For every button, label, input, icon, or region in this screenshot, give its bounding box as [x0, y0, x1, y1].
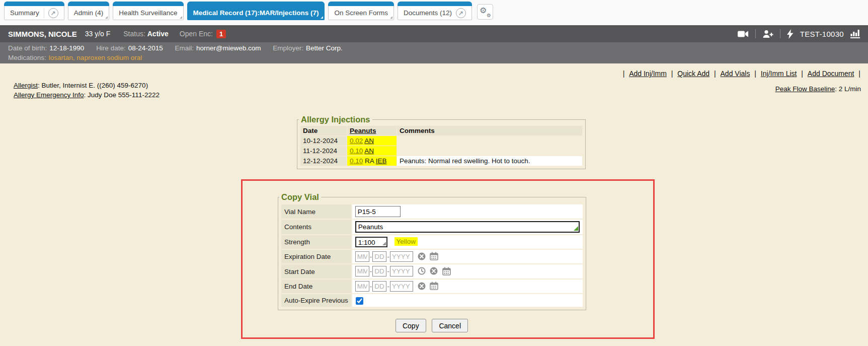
add-vials-link[interactable]: Add Vials — [721, 70, 750, 78]
injection-code-link[interactable]: AN — [364, 147, 374, 155]
add-inj-imm-link[interactable]: Add Inj/Imm — [629, 70, 667, 78]
column-peanuts-link[interactable]: Peanuts — [350, 127, 376, 134]
action-links: | Add Inj/Imm | Quick Add | Add Vials | … — [621, 70, 862, 78]
injection-date: 11-12-2024 — [300, 146, 347, 156]
injection-dose-cell: 0.10 AN — [347, 146, 397, 156]
clear-date-icon[interactable] — [418, 282, 426, 292]
date-separator: - — [370, 253, 372, 260]
injection-comment — [397, 146, 582, 156]
medication-link-losartan[interactable]: losartan — [49, 54, 73, 61]
contents-textarea[interactable]: Peanuts — [355, 221, 580, 233]
expiration-year-input[interactable] — [390, 251, 413, 262]
allergist-link[interactable]: Allergist — [14, 82, 38, 89]
tab-admin[interactable]: Admin (4) — [68, 2, 110, 20]
start-month-input[interactable] — [355, 266, 369, 276]
divider — [755, 29, 756, 38]
end-date-label: End Date — [281, 280, 351, 293]
dob-label: Date of birth: — [8, 44, 47, 52]
allergy-emergency-link[interactable]: Allergy Emergency Info — [14, 91, 84, 99]
start-year-input[interactable] — [390, 266, 413, 276]
injection-code-link[interactable]: IEB — [376, 157, 387, 165]
open-encounter-badge[interactable]: 1 — [216, 30, 226, 38]
cancel-button[interactable]: Cancel — [432, 319, 468, 332]
tab-on-screen-forms-label: On Screen Forms — [334, 9, 388, 17]
strength-label: Strength — [281, 235, 351, 249]
expiration-date-label: Expiration Date — [281, 250, 351, 263]
injection-date: 10-12-2024 — [300, 136, 347, 146]
divider — [44, 8, 44, 18]
tab-summary[interactable]: Summary ↗ — [4, 2, 64, 20]
chart-histogram-icon[interactable] — [850, 29, 860, 38]
peak-flow-link[interactable]: Peak Flow Baseline — [775, 85, 835, 93]
date-separator: - — [387, 283, 389, 290]
gear-icon: ⚙ — [480, 6, 487, 15]
end-month-input[interactable] — [355, 281, 369, 292]
employer-label: Employer: — [273, 44, 303, 52]
calendar-icon[interactable] — [430, 282, 438, 292]
tab-strip — [328, 2, 394, 6]
settings-button[interactable]: ⚙ ⚙ — [477, 4, 493, 20]
tab-strip — [68, 2, 110, 6]
demographics-bar: Date of birth:12-18-1990 Hire date:08-24… — [0, 42, 868, 63]
allergist-value: : Butler, Internist E. ((260) 459-6270) — [38, 82, 148, 89]
separator: | — [754, 70, 756, 78]
tab-on-screen-forms[interactable]: On Screen Forms — [328, 2, 394, 20]
dose-link[interactable]: 0.02 — [350, 137, 363, 145]
add-document-link[interactable]: Add Document — [808, 70, 854, 78]
start-day-input[interactable] — [372, 266, 386, 276]
email-value: horner@mieweb.com — [196, 44, 261, 52]
person-add-icon[interactable] — [762, 30, 773, 38]
clock-icon[interactable] — [418, 267, 426, 276]
tab-medical-record[interactable]: Medical Record (17):MAR/Injections (7) — [187, 2, 325, 20]
quick-add-link[interactable]: Quick Add — [677, 70, 709, 78]
lightning-bolt-icon[interactable] — [787, 29, 794, 39]
end-year-input[interactable] — [390, 281, 413, 292]
auto-expire-label: Auto-Expire Previous — [281, 294, 351, 307]
patient-name: SIMMONS, NICOLE — [8, 30, 77, 38]
injection-dose-cell: 0.02 AN — [347, 136, 397, 146]
popout-icon[interactable]: ↗ — [456, 8, 466, 18]
clear-date-icon[interactable] — [430, 267, 438, 276]
copy-vial-title: Copy Vial — [279, 192, 321, 202]
dose-link[interactable]: 0.10 — [350, 147, 363, 155]
tab-bar: Summary ↗ Admin (4) Health Surveillance … — [0, 0, 868, 25]
workstation-id: TEST-10030 — [800, 30, 844, 38]
calendar-icon[interactable] — [430, 252, 438, 262]
tab-strip — [398, 2, 472, 6]
dose-link[interactable]: 0.10 — [350, 157, 363, 165]
strength-input[interactable]: 1:100 — [355, 237, 387, 247]
allergy-injections-panel: Allergy Injections Date Peanuts Comments… — [297, 115, 586, 169]
tab-documents[interactable]: Documents (12) ↗ — [398, 2, 472, 20]
date-separator: - — [387, 253, 389, 260]
video-camera-icon[interactable] — [738, 30, 749, 38]
injection-code-link[interactable]: AN — [364, 137, 374, 145]
expiration-month-input[interactable] — [355, 251, 369, 262]
medication-link-naproxen[interactable]: naproxen sodium oral — [76, 54, 142, 61]
auto-expire-checkbox[interactable] — [356, 297, 363, 305]
column-date: Date — [300, 126, 347, 135]
contents-label: Contents — [281, 220, 351, 234]
clear-date-icon[interactable] — [418, 252, 426, 262]
injection-dose-cell: 0.10 RA IEB — [347, 156, 397, 166]
tab-health-surveillance[interactable]: Health Surveillance — [113, 2, 183, 20]
calendar-icon[interactable] — [442, 267, 451, 277]
copy-button[interactable]: Copy — [396, 319, 426, 332]
separator: | — [858, 70, 860, 78]
tab-health-surveillance-label: Health Surveillance — [119, 9, 177, 17]
tab-strip — [187, 2, 325, 6]
start-date-label: Start Date — [281, 264, 351, 278]
date-separator: - — [387, 267, 389, 275]
date-separator: - — [370, 283, 372, 290]
inj-imm-list-link[interactable]: Inj/Imm List — [761, 70, 797, 78]
expiration-day-input[interactable] — [372, 251, 386, 262]
table-row: 10-12-2024 0.02 AN — [300, 136, 582, 146]
status-value: Active — [147, 30, 169, 38]
end-day-input[interactable] — [372, 281, 386, 292]
popout-icon[interactable]: ↗ — [48, 8, 58, 18]
tab-strip — [113, 2, 183, 6]
dob-value: 12-18-1990 — [49, 44, 84, 52]
hire-date-label: Hire date: — [96, 44, 126, 52]
vial-name-input[interactable] — [355, 206, 401, 217]
patient-header-bar: SIMMONS, NICOLE 33 y/o F Status: Active … — [0, 25, 868, 42]
injection-date: 12-12-2024 — [300, 156, 347, 166]
